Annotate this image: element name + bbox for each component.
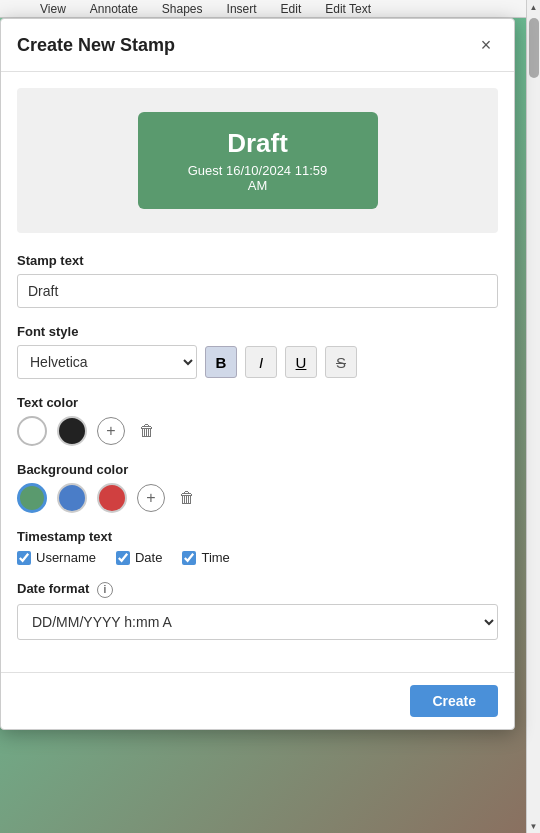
username-checkbox[interactable] xyxy=(17,551,31,565)
underline-icon: U xyxy=(296,354,307,371)
stamp-preview-subtitle: Guest 16/10/2024 11:59 AM xyxy=(178,163,338,193)
text-color-black[interactable] xyxy=(57,416,87,446)
add-text-color-button[interactable]: + xyxy=(97,417,125,445)
timestamp-section: Timestamp text Username Date Time xyxy=(17,529,498,565)
time-checkbox[interactable] xyxy=(182,551,196,565)
bold-button[interactable]: B xyxy=(205,346,237,378)
date-format-section: Date format i DD/MM/YYYY h:mm A MM/DD/YY… xyxy=(17,581,498,640)
stamp-text-label: Stamp text xyxy=(17,253,498,268)
modal-body: Draft Guest 16/10/2024 11:59 AM Stamp te… xyxy=(1,72,514,672)
bold-icon: B xyxy=(216,354,227,371)
menu-shapes[interactable]: Shapes xyxy=(162,2,203,16)
time-label: Time xyxy=(201,550,229,565)
date-format-label: Date format i xyxy=(17,581,498,598)
font-style-row: Helvetica Arial Times New Roman Courier … xyxy=(17,345,498,379)
text-color-white[interactable] xyxy=(17,416,47,446)
italic-icon: I xyxy=(259,354,263,371)
delete-bg-color-button[interactable]: 🗑 xyxy=(175,487,199,509)
date-format-info-icon: i xyxy=(97,582,113,598)
underline-button[interactable]: U xyxy=(285,346,317,378)
add-bg-color-button[interactable]: + xyxy=(137,484,165,512)
bg-color-green[interactable] xyxy=(17,483,47,513)
username-label: Username xyxy=(36,550,96,565)
text-color-label: Text color xyxy=(17,395,498,410)
background-color-section: Background color + 🗑 xyxy=(17,462,498,513)
timestamp-label: Timestamp text xyxy=(17,529,498,544)
create-stamp-modal: Create New Stamp × Draft Guest 16/10/202… xyxy=(0,18,515,730)
stamp-preview-title: Draft xyxy=(178,128,338,159)
timestamp-checkbox-row: Username Date Time xyxy=(17,550,498,565)
scroll-thumb[interactable] xyxy=(529,18,539,78)
date-format-select[interactable]: DD/MM/YYYY h:mm A MM/DD/YYYY h:mm A YYYY… xyxy=(17,604,498,640)
scroll-up-arrow[interactable]: ▲ xyxy=(527,0,541,14)
strikethrough-icon: S xyxy=(336,354,346,371)
bg-color-blue[interactable] xyxy=(57,483,87,513)
menu-edit[interactable]: Edit xyxy=(281,2,302,16)
italic-button[interactable]: I xyxy=(245,346,277,378)
stamp-text-section: Stamp text xyxy=(17,253,498,308)
modal-header: Create New Stamp × xyxy=(1,19,514,72)
text-color-section: Text color + 🗑 xyxy=(17,395,498,446)
menu-insert[interactable]: Insert xyxy=(227,2,257,16)
menu-edit-text[interactable]: Edit Text xyxy=(325,2,371,16)
font-style-section: Font style Helvetica Arial Times New Rom… xyxy=(17,324,498,379)
strikethrough-button[interactable]: S xyxy=(325,346,357,378)
delete-text-color-button[interactable]: 🗑 xyxy=(135,420,159,442)
scrollbar[interactable]: ▲ ▼ xyxy=(526,0,540,833)
bg-color-red[interactable] xyxy=(97,483,127,513)
close-button[interactable]: × xyxy=(474,33,498,57)
username-checkbox-label[interactable]: Username xyxy=(17,550,96,565)
text-color-row: + 🗑 xyxy=(17,416,498,446)
menu-annotate[interactable]: Annotate xyxy=(90,2,138,16)
menu-bar: View Annotate Shapes Insert Edit Edit Te… xyxy=(0,0,540,18)
modal-title: Create New Stamp xyxy=(17,35,175,56)
date-label: Date xyxy=(135,550,162,565)
stamp-text-input[interactable] xyxy=(17,274,498,308)
menu-view[interactable]: View xyxy=(40,2,66,16)
stamp-preview: Draft Guest 16/10/2024 11:59 AM xyxy=(138,112,378,209)
background-color-label: Background color xyxy=(17,462,498,477)
scroll-down-arrow[interactable]: ▼ xyxy=(527,819,541,833)
modal-footer: Create xyxy=(1,672,514,729)
date-checkbox-label[interactable]: Date xyxy=(116,550,162,565)
background-color-row: + 🗑 xyxy=(17,483,498,513)
font-style-label: Font style xyxy=(17,324,498,339)
create-button[interactable]: Create xyxy=(410,685,498,717)
date-checkbox[interactable] xyxy=(116,551,130,565)
stamp-preview-container: Draft Guest 16/10/2024 11:59 AM xyxy=(17,88,498,233)
font-select[interactable]: Helvetica Arial Times New Roman Courier xyxy=(17,345,197,379)
time-checkbox-label[interactable]: Time xyxy=(182,550,229,565)
